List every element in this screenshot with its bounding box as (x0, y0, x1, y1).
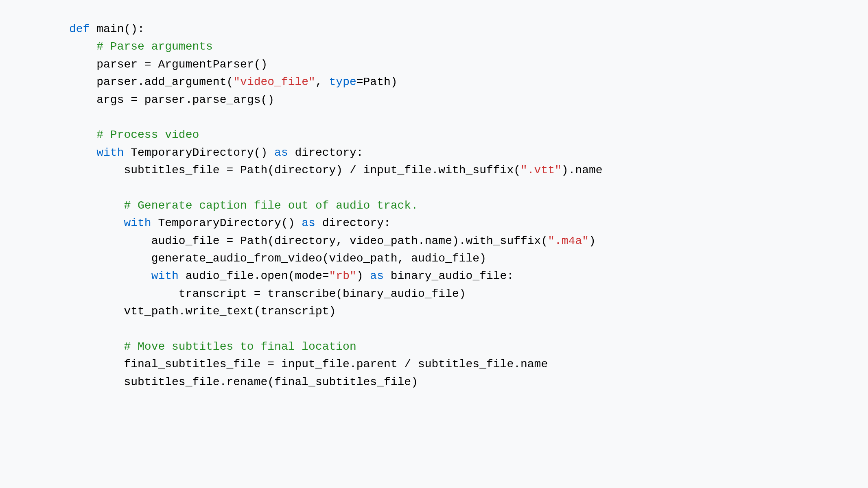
code-line: args = parser.parse_args() (96, 94, 274, 106)
indent (69, 199, 124, 212)
builtin-type: type (329, 76, 356, 88)
indent (69, 94, 96, 106)
indent (69, 58, 96, 71)
indent (69, 235, 151, 247)
code-text: audio_file.open(mode= (179, 270, 329, 282)
code-text: =Path) (356, 76, 398, 88)
indent (69, 164, 124, 176)
code-line: vtt_path.write_text(transcript) (124, 305, 336, 318)
keyword-as: as (302, 217, 315, 229)
code-text: ) (589, 235, 596, 247)
comment: # Move subtitles to final location (124, 340, 356, 353)
indent (69, 129, 96, 141)
indent (69, 305, 124, 318)
indent (69, 376, 124, 388)
code-text: audio_file = Path(directory, video_path.… (151, 235, 548, 247)
indent (69, 340, 124, 353)
keyword-def: def (69, 23, 90, 35)
indent (69, 146, 96, 159)
code-line: final_subtitles_file = input_file.parent… (124, 358, 548, 370)
comment: # Parse arguments (96, 40, 213, 53)
func-sig: main(): (90, 23, 144, 35)
comment: # Process video (96, 129, 199, 141)
indent (69, 76, 96, 88)
string-literal: ".m4a" (548, 235, 589, 247)
code-line: generate_audio_from_video(video_path, au… (151, 252, 486, 265)
code-text: binary_audio_file: (384, 270, 514, 282)
code-text: subtitles_file = Path(directory) / input… (124, 164, 520, 176)
keyword-with: with (124, 217, 151, 229)
indent (69, 217, 124, 229)
indent (69, 288, 179, 300)
code-line: subtitles_file.rename(final_subtitles_fi… (124, 376, 418, 388)
code-text: , (315, 76, 329, 88)
code-block: def main(): # Parse arguments parser = A… (0, 0, 868, 411)
code-text: directory: (288, 146, 363, 159)
code-text: TemporaryDirectory() (124, 146, 274, 159)
keyword-as: as (274, 146, 288, 159)
indent (69, 40, 96, 53)
code-line: parser = ArgumentParser() (96, 58, 267, 71)
code-line: transcript = transcribe(binary_audio_fil… (179, 288, 466, 300)
string-literal: ".vtt" (520, 164, 562, 176)
code-text: TemporaryDirectory() (151, 217, 302, 229)
code-text: ) (356, 270, 370, 282)
code-text: directory: (315, 217, 391, 229)
indent (69, 252, 151, 265)
indent (69, 358, 124, 370)
keyword-with: with (96, 146, 124, 159)
code-text: ).name (562, 164, 603, 176)
string-literal: "video_file" (233, 76, 315, 88)
comment: # Generate caption file out of audio tra… (124, 199, 418, 212)
string-literal: "rb" (329, 270, 356, 282)
indent (69, 270, 151, 282)
keyword-as: as (370, 270, 384, 282)
keyword-with: with (151, 270, 179, 282)
code-text: parser.add_argument( (96, 76, 233, 88)
